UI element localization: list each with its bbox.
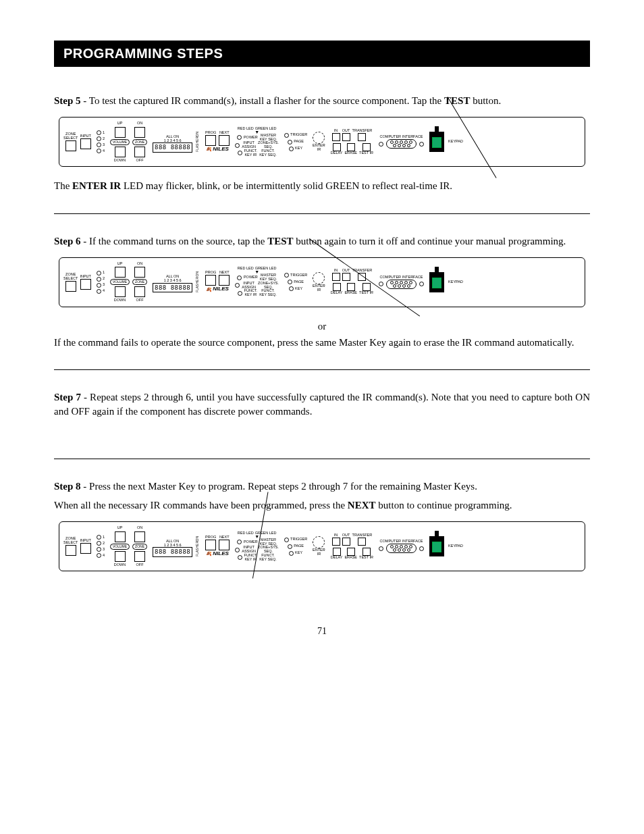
down-blank[interactable] xyxy=(115,147,126,157)
device-panel-step5: ZONE SELECT INPUT 1 2 3 4 UPVOLUMEDOWN O… xyxy=(59,113,585,167)
page-number: 71 xyxy=(54,625,590,638)
or-text: or xyxy=(54,319,590,333)
device-panel: ZONE SELECTINPUT 1234 UPVOLUMEDOWNONZONE… xyxy=(59,257,585,307)
step5-label: Step 5 xyxy=(54,95,81,106)
test-ir-button[interactable] xyxy=(363,143,371,151)
computer-interface-port[interactable] xyxy=(386,139,417,149)
erase-button[interactable] xyxy=(347,143,355,151)
connector-plug-icon xyxy=(429,132,444,152)
step6-aftertext: If the command fails to operate the sour… xyxy=(54,336,590,349)
zone-select-button[interactable] xyxy=(65,140,76,151)
divider xyxy=(54,459,590,459)
delay-button[interactable] xyxy=(333,143,341,151)
step7-text: Step 7 - Repeat steps 2 through 6, until… xyxy=(54,390,590,418)
divider xyxy=(54,213,590,214)
next-button[interactable] xyxy=(219,135,230,146)
brand-logo: NILES xyxy=(206,146,229,153)
out-button[interactable] xyxy=(342,133,350,141)
led-1 xyxy=(97,130,101,135)
step6-text: Step 6 - If the command turns on the sou… xyxy=(54,234,590,248)
step5-text: Step 5 - To test the captured IR command… xyxy=(54,94,590,107)
up-button[interactable] xyxy=(115,127,126,138)
led-2 xyxy=(97,136,101,141)
device-panel: ZONE SELECT INPUT 1 2 3 4 UPVOLUMEDOWN O… xyxy=(59,117,585,167)
enter-ir-knob[interactable] xyxy=(313,132,325,144)
zone-label: ZONE xyxy=(132,139,147,145)
step5-aftertext: The ENTER IR LED may flicker, blink, or … xyxy=(54,179,590,192)
device-panel-step6: ZONE SELECTINPUT 1234 UPVOLUMEDOWNONZONE… xyxy=(59,253,585,307)
input-button[interactable] xyxy=(80,138,91,149)
divider xyxy=(54,369,590,370)
volume-label: VOLUME xyxy=(110,139,130,145)
in-button[interactable] xyxy=(332,133,340,141)
off-blank[interactable] xyxy=(134,147,145,157)
led-4 xyxy=(97,149,101,153)
transfer-button[interactable] xyxy=(358,133,366,141)
device-panel-step8: ZONE SELECTINPUT 1234 UPVOLUMEDOWNONZONE… xyxy=(59,517,585,571)
on-button[interactable] xyxy=(134,127,145,138)
led-3 xyxy=(97,142,101,147)
section-title: PROGRAMMING STEPS xyxy=(54,41,590,67)
prog-button[interactable] xyxy=(205,135,216,146)
display-digits: 888 88888 xyxy=(153,142,192,152)
device-panel: ZONE SELECTINPUT 1234 UPVOLUMEDOWNONZONE… xyxy=(59,521,585,571)
step8-aftertext: When all the necessary IR commands have … xyxy=(54,498,590,512)
step8-text: Step 8 - Press the next Master Key to pr… xyxy=(54,479,590,493)
